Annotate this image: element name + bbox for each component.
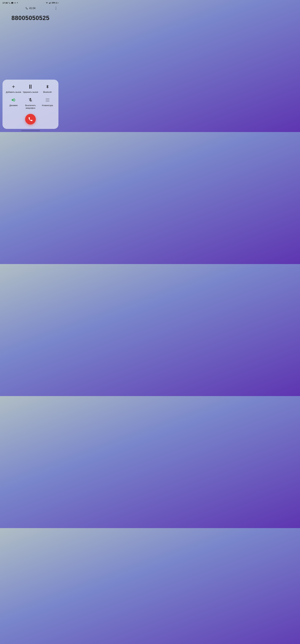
bluetooth-button[interactable]: Bluetooth xyxy=(39,84,56,94)
svg-rect-0 xyxy=(49,3,49,4)
keypad-label: Клавиатура xyxy=(42,104,53,107)
wifi-icon xyxy=(46,2,48,4)
svg-point-9 xyxy=(48,98,49,99)
mute-label: Выключить микрофон xyxy=(25,104,36,110)
speaker-button[interactable]: Динамик xyxy=(5,97,22,110)
svg-point-14 xyxy=(47,101,48,102)
speaker-label: Динамик xyxy=(9,104,17,107)
end-call-row xyxy=(5,114,56,124)
call-duration: 41:04 xyxy=(29,7,35,10)
add-call-label: Добавить вызов xyxy=(6,91,21,94)
status-bar: 17:38 • 16% xyxy=(0,0,61,5)
hold-call-button[interactable]: Удержать вызов xyxy=(22,84,39,94)
svg-rect-6 xyxy=(56,2,56,3)
svg-point-11 xyxy=(47,100,48,100)
notification-dot: • xyxy=(17,2,18,4)
svg-rect-5 xyxy=(58,2,58,3)
battery-percent: 16% xyxy=(51,2,55,4)
hold-call-icon xyxy=(29,84,31,89)
controls-grid: Добавить вызов Удержать вызов Bluetooth xyxy=(5,84,56,110)
more-menu-button[interactable]: ⋮ xyxy=(54,6,58,10)
phone-status-icon xyxy=(8,2,10,4)
mute-icon xyxy=(28,97,33,102)
end-call-icon xyxy=(28,117,33,122)
svg-point-12 xyxy=(48,100,49,100)
svg-point-15 xyxy=(48,101,49,102)
battery-icon xyxy=(56,2,58,4)
keypad-button[interactable]: Клавиатура xyxy=(39,97,56,110)
call-header: 41:04 ⋮ xyxy=(0,5,61,12)
svg-rect-1 xyxy=(49,2,50,4)
call-timer: 41:04 xyxy=(25,7,35,10)
svg-point-8 xyxy=(47,98,48,99)
keypad-icon xyxy=(45,97,50,102)
bluetooth-icon xyxy=(45,84,49,89)
home-indicator xyxy=(21,130,40,131)
add-call-icon xyxy=(11,84,16,89)
signal-icon xyxy=(49,2,51,4)
hold-call-label: Удержать вызов xyxy=(23,91,38,94)
mute-button[interactable]: Выключить микрофон xyxy=(22,97,39,110)
end-call-button[interactable] xyxy=(25,114,36,124)
add-call-button[interactable]: Добавить вызов xyxy=(5,84,22,94)
call-timer-phone-icon xyxy=(25,7,28,10)
svg-point-13 xyxy=(46,101,46,102)
status-left: 17:38 • xyxy=(2,2,18,4)
bluetooth-label: Bluetooth xyxy=(43,91,52,94)
svg-rect-2 xyxy=(50,2,50,4)
speaker-icon xyxy=(11,97,16,102)
time-display: 17:38 xyxy=(2,2,8,4)
svg-point-10 xyxy=(46,100,46,100)
call-controls-panel: Добавить вызов Удержать вызов Bluetooth xyxy=(2,80,58,129)
image-status-icon xyxy=(11,2,13,4)
svg-rect-3 xyxy=(50,2,51,4)
status-right: 16% xyxy=(46,2,58,4)
svg-point-7 xyxy=(46,98,46,99)
media-status-icon xyxy=(14,2,16,4)
phone-number-display: 88005050525 xyxy=(0,12,61,22)
